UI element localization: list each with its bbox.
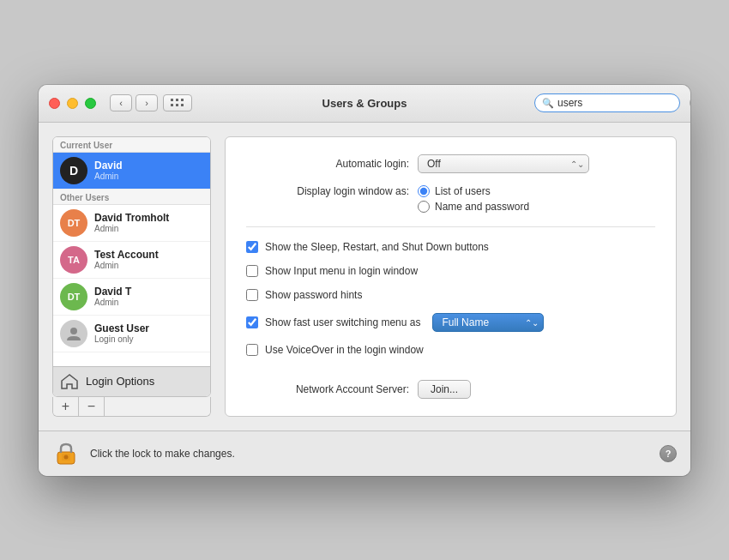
current-user-avatar: D	[60, 157, 87, 184]
automatic-login-row: Automatic login: Off David David Tromhol…	[246, 154, 655, 173]
radio-list-of-users[interactable]: List of users	[418, 185, 529, 197]
user-name: Test Account	[94, 249, 159, 261]
close-button[interactable]	[49, 98, 60, 109]
checkbox-fast-user-switching[interactable]: Show fast user switching menu as	[246, 316, 420, 328]
current-user-info: David Admin	[94, 160, 123, 181]
checkbox-password-hints[interactable]: Show password hints	[246, 289, 655, 301]
nav-buttons: ‹ ›	[110, 94, 158, 111]
minimize-button[interactable]	[67, 98, 78, 109]
user-info: Test Account Admin	[94, 249, 159, 270]
checkbox-label-sleep-restart: Show the Sleep, Restart, and Shut Down b…	[265, 241, 489, 253]
checkbox-label-input-menu: Show Input menu in login window	[265, 265, 418, 277]
title-bar: ‹ › Users & Groups 🔍 ✕	[39, 85, 690, 123]
add-user-button[interactable]: +	[53, 397, 79, 416]
network-account-server-row: Network Account Server: Join...	[246, 380, 655, 399]
list-item[interactable]: Guest User Login only	[53, 316, 210, 352]
svg-point-3	[64, 455, 69, 459]
checkbox-sleep-restart[interactable]: Show the Sleep, Restart, and Shut Down b…	[246, 241, 655, 253]
network-account-server-label: Network Account Server:	[246, 383, 409, 395]
display-login-radio-group: List of users Name and password	[418, 185, 529, 213]
current-user-header: Current User	[53, 137, 210, 153]
help-button[interactable]: ?	[660, 445, 677, 462]
user-info: David T Admin	[94, 286, 131, 307]
checkbox-label-fast-user-switching: Show fast user switching menu as	[265, 316, 420, 328]
radio-input-name-password[interactable]	[418, 201, 430, 213]
search-clear-button[interactable]: ✕	[690, 97, 690, 109]
user-name: Guest User	[94, 322, 149, 334]
grid-button[interactable]	[163, 94, 192, 111]
radio-label-list-of-users: List of users	[435, 185, 491, 197]
user-role: Login only	[94, 334, 149, 344]
automatic-login-select-wrapper: Off David David Tromholt Test Account Da…	[418, 154, 589, 173]
grid-icon	[171, 99, 184, 107]
maximize-button[interactable]	[85, 98, 96, 109]
settings-panel: Automatic login: Off David David Tromhol…	[225, 136, 677, 417]
radio-input-list-of-users[interactable]	[418, 185, 430, 197]
user-info: David Tromholt Admin	[94, 212, 169, 233]
avatar: TA	[60, 246, 87, 274]
checkbox-label-password-hints: Show password hints	[265, 289, 362, 301]
avatar: DT	[60, 209, 87, 237]
login-options-button[interactable]: Login Options	[53, 366, 210, 396]
svg-point-0	[70, 328, 77, 334]
checkbox-input-fast-user-switching[interactable]	[246, 316, 258, 328]
list-item[interactable]: DT David T Admin	[53, 279, 210, 316]
current-user-role: Admin	[94, 172, 123, 181]
list-item[interactable]: TA Test Account Admin	[53, 242, 210, 279]
lock-svg	[52, 440, 80, 467]
user-role: Admin	[94, 261, 159, 270]
automatic-login-select[interactable]: Off David David Tromholt Test Account Da…	[418, 154, 589, 173]
login-options-label: Login Options	[86, 375, 154, 388]
user-role: Admin	[94, 298, 131, 307]
radio-label-name-password: Name and password	[435, 201, 529, 213]
checkbox-fast-user-switching-row: Show fast user switching menu as Full Na…	[246, 313, 655, 332]
automatic-login-label: Automatic login:	[246, 158, 409, 170]
user-role: Admin	[94, 224, 169, 233]
current-user-item[interactable]: D David Admin	[53, 153, 210, 190]
checkbox-input-voiceover[interactable]	[246, 344, 258, 356]
checkbox-input-input-menu[interactable]	[246, 265, 258, 277]
sidebar: Current User D David Admin Other Users D…	[52, 136, 211, 417]
user-name: David Tromholt	[94, 212, 169, 224]
list-item[interactable]: DT David Tromholt Admin	[53, 205, 210, 242]
join-button[interactable]: Join...	[418, 380, 471, 399]
fast-switch-dropdown-wrapper: Full Name Short Name Icon ⌃⌄	[432, 313, 544, 332]
home-icon	[60, 372, 79, 391]
avatar	[60, 320, 87, 347]
traffic-lights	[49, 98, 96, 109]
search-box[interactable]: 🔍 ✕	[534, 93, 680, 112]
other-users-header: Other Users	[53, 190, 210, 205]
window-title: Users & Groups	[322, 97, 407, 110]
divider	[246, 226, 655, 227]
user-info: Guest User Login only	[94, 322, 149, 344]
back-button[interactable]: ‹	[110, 94, 132, 111]
lock-icon[interactable]	[52, 440, 80, 467]
checkbox-label-voiceover: Use VoiceOver in the login window	[265, 344, 424, 356]
user-list: Current User D David Admin Other Users D…	[52, 136, 211, 397]
search-icon: 🔍	[542, 98, 554, 109]
lock-text: Click the lock to make changes.	[90, 448, 649, 460]
main-content: Current User D David Admin Other Users D…	[39, 123, 690, 431]
checkbox-input-sleep-restart[interactable]	[246, 241, 258, 253]
checkbox-input-password-hints[interactable]	[246, 289, 258, 301]
search-input[interactable]	[557, 97, 686, 109]
sidebar-actions: + −	[52, 397, 211, 417]
avatar: DT	[60, 283, 87, 310]
fast-switch-dropdown[interactable]: Full Name Short Name Icon	[432, 313, 544, 332]
checkbox-voiceover[interactable]: Use VoiceOver in the login window	[246, 344, 655, 356]
display-login-label: Display login window as:	[246, 185, 409, 197]
remove-user-button[interactable]: −	[79, 397, 105, 416]
checkbox-input-menu[interactable]: Show Input menu in login window	[246, 265, 655, 277]
user-name: David T	[94, 286, 131, 298]
radio-name-password[interactable]: Name and password	[418, 201, 529, 213]
display-login-row: Display login window as: List of users N…	[246, 185, 655, 213]
forward-button[interactable]: ›	[136, 94, 158, 111]
current-user-name: David	[94, 160, 123, 172]
bottom-bar: Click the lock to make changes. ?	[39, 431, 690, 476]
guest-icon	[65, 325, 82, 342]
main-window: ‹ › Users & Groups 🔍 ✕ Current User D	[39, 85, 690, 476]
